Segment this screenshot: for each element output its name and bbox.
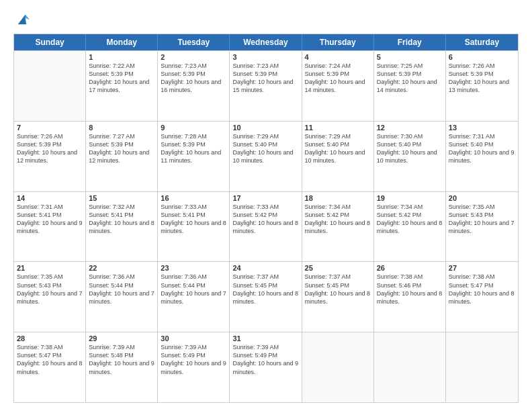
calendar-cell: 31Sunrise: 7:39 AM Sunset: 5:49 PM Dayli…: [230, 332, 302, 402]
calendar-body: 1Sunrise: 7:22 AM Sunset: 5:39 PM Daylig…: [14, 50, 518, 402]
calendar-cell: 17Sunrise: 7:33 AM Sunset: 5:42 PM Dayli…: [230, 192, 302, 262]
calendar-week-5: 28Sunrise: 7:38 AM Sunset: 5:47 PM Dayli…: [14, 332, 518, 402]
day-info: Sunrise: 7:28 AM Sunset: 5:39 PM Dayligh…: [161, 132, 226, 165]
calendar-cell: 2Sunrise: 7:23 AM Sunset: 5:39 PM Daylig…: [158, 51, 230, 121]
calendar-cell: 25Sunrise: 7:37 AM Sunset: 5:45 PM Dayli…: [302, 262, 374, 332]
header: [13, 12, 519, 27]
calendar-cell: 27Sunrise: 7:38 AM Sunset: 5:47 PM Dayli…: [446, 262, 518, 332]
calendar-cell: 14Sunrise: 7:31 AM Sunset: 5:41 PM Dayli…: [14, 192, 86, 262]
day-info: Sunrise: 7:31 AM Sunset: 5:41 PM Dayligh…: [17, 203, 83, 236]
day-info: Sunrise: 7:33 AM Sunset: 5:42 PM Dayligh…: [232, 203, 298, 236]
calendar-cell: 28Sunrise: 7:38 AM Sunset: 5:47 PM Dayli…: [14, 332, 86, 402]
header-day-tuesday: Tuesday: [158, 34, 230, 50]
day-info: Sunrise: 7:29 AM Sunset: 5:40 PM Dayligh…: [232, 132, 298, 165]
calendar-cell: 1Sunrise: 7:22 AM Sunset: 5:39 PM Daylig…: [86, 51, 158, 121]
calendar-cell: 5Sunrise: 7:25 AM Sunset: 5:39 PM Daylig…: [374, 51, 446, 121]
calendar-cell: 16Sunrise: 7:33 AM Sunset: 5:41 PM Dayli…: [158, 192, 230, 262]
day-number: 28: [17, 334, 83, 342]
page: SundayMondayTuesdayWednesdayThursdayFrid…: [0, 0, 532, 411]
calendar-cell: 4Sunrise: 7:24 AM Sunset: 5:39 PM Daylig…: [302, 51, 374, 121]
svg-marker-0: [18, 15, 30, 25]
calendar-cell: [374, 332, 446, 402]
day-number: 3: [232, 53, 298, 61]
day-info: Sunrise: 7:31 AM Sunset: 5:40 PM Dayligh…: [449, 132, 515, 165]
day-info: Sunrise: 7:33 AM Sunset: 5:41 PM Dayligh…: [161, 203, 226, 236]
calendar-week-2: 7Sunrise: 7:26 AM Sunset: 5:39 PM Daylig…: [14, 121, 518, 191]
day-info: Sunrise: 7:38 AM Sunset: 5:47 PM Dayligh…: [17, 343, 83, 376]
day-info: Sunrise: 7:30 AM Sunset: 5:40 PM Dayligh…: [377, 132, 443, 165]
day-number: 13: [449, 124, 515, 132]
calendar-cell: 3Sunrise: 7:23 AM Sunset: 5:39 PM Daylig…: [230, 51, 302, 121]
day-number: 20: [449, 194, 515, 202]
header-day-monday: Monday: [86, 34, 158, 50]
logo-icon: [15, 12, 30, 27]
calendar-cell: 29Sunrise: 7:39 AM Sunset: 5:48 PM Dayli…: [86, 332, 158, 402]
header-day-saturday: Saturday: [446, 34, 518, 50]
day-info: Sunrise: 7:32 AM Sunset: 5:41 PM Dayligh…: [89, 203, 154, 236]
day-info: Sunrise: 7:34 AM Sunset: 5:42 PM Dayligh…: [377, 203, 443, 236]
day-info: Sunrise: 7:35 AM Sunset: 5:43 PM Dayligh…: [17, 273, 83, 306]
calendar-cell: 19Sunrise: 7:34 AM Sunset: 5:42 PM Dayli…: [374, 192, 446, 262]
calendar-cell: 18Sunrise: 7:34 AM Sunset: 5:42 PM Dayli…: [302, 192, 374, 262]
day-info: Sunrise: 7:34 AM Sunset: 5:42 PM Dayligh…: [305, 203, 371, 236]
day-number: 11: [305, 124, 371, 132]
calendar: SundayMondayTuesdayWednesdayThursdayFrid…: [13, 34, 519, 403]
calendar-cell: 13Sunrise: 7:31 AM Sunset: 5:40 PM Dayli…: [446, 122, 518, 191]
day-number: 17: [232, 194, 298, 202]
header-day-thursday: Thursday: [302, 34, 374, 50]
day-number: 2: [161, 53, 226, 61]
day-number: 22: [89, 264, 154, 272]
day-number: 31: [232, 334, 298, 342]
logo: [13, 12, 30, 27]
calendar-cell: 22Sunrise: 7:36 AM Sunset: 5:44 PM Dayli…: [86, 262, 158, 332]
day-info: Sunrise: 7:26 AM Sunset: 5:39 PM Dayligh…: [449, 62, 515, 95]
calendar-cell: 10Sunrise: 7:29 AM Sunset: 5:40 PM Dayli…: [230, 122, 302, 191]
day-info: Sunrise: 7:37 AM Sunset: 5:45 PM Dayligh…: [305, 273, 371, 306]
day-number: 23: [161, 264, 226, 272]
day-info: Sunrise: 7:36 AM Sunset: 5:44 PM Dayligh…: [89, 273, 154, 306]
day-info: Sunrise: 7:38 AM Sunset: 5:46 PM Dayligh…: [377, 273, 443, 306]
day-info: Sunrise: 7:35 AM Sunset: 5:43 PM Dayligh…: [449, 203, 515, 236]
day-number: 10: [232, 124, 298, 132]
calendar-cell: [14, 51, 86, 121]
calendar-cell: 15Sunrise: 7:32 AM Sunset: 5:41 PM Dayli…: [86, 192, 158, 262]
calendar-cell: [446, 332, 518, 402]
calendar-cell: 30Sunrise: 7:39 AM Sunset: 5:49 PM Dayli…: [158, 332, 230, 402]
calendar-cell: 7Sunrise: 7:26 AM Sunset: 5:39 PM Daylig…: [14, 122, 86, 191]
day-number: 27: [449, 264, 515, 272]
day-info: Sunrise: 7:24 AM Sunset: 5:39 PM Dayligh…: [305, 62, 371, 95]
day-info: Sunrise: 7:22 AM Sunset: 5:39 PM Dayligh…: [89, 62, 154, 95]
day-info: Sunrise: 7:37 AM Sunset: 5:45 PM Dayligh…: [232, 273, 298, 306]
day-info: Sunrise: 7:23 AM Sunset: 5:39 PM Dayligh…: [232, 62, 298, 95]
day-info: Sunrise: 7:23 AM Sunset: 5:39 PM Dayligh…: [161, 62, 226, 95]
day-number: 12: [377, 124, 443, 132]
calendar-cell: 11Sunrise: 7:29 AM Sunset: 5:40 PM Dayli…: [302, 122, 374, 191]
calendar-cell: 26Sunrise: 7:38 AM Sunset: 5:46 PM Dayli…: [374, 262, 446, 332]
day-info: Sunrise: 7:36 AM Sunset: 5:44 PM Dayligh…: [161, 273, 226, 306]
day-number: 1: [89, 53, 154, 61]
calendar-cell: 8Sunrise: 7:27 AM Sunset: 5:39 PM Daylig…: [86, 122, 158, 191]
day-number: 25: [305, 264, 371, 272]
day-info: Sunrise: 7:25 AM Sunset: 5:39 PM Dayligh…: [377, 62, 443, 95]
header-day-friday: Friday: [374, 34, 446, 50]
day-number: 7: [17, 124, 83, 132]
header-day-sunday: Sunday: [14, 34, 86, 50]
calendar-week-1: 1Sunrise: 7:22 AM Sunset: 5:39 PM Daylig…: [14, 50, 518, 121]
day-number: 5: [377, 53, 443, 61]
day-number: 8: [89, 124, 154, 132]
calendar-cell: [302, 332, 374, 402]
day-number: 19: [377, 194, 443, 202]
day-info: Sunrise: 7:27 AM Sunset: 5:39 PM Dayligh…: [89, 132, 154, 165]
calendar-header-row: SundayMondayTuesdayWednesdayThursdayFrid…: [14, 34, 518, 50]
header-day-wednesday: Wednesday: [230, 34, 302, 50]
calendar-week-3: 14Sunrise: 7:31 AM Sunset: 5:41 PM Dayli…: [14, 191, 518, 262]
calendar-cell: 12Sunrise: 7:30 AM Sunset: 5:40 PM Dayli…: [374, 122, 446, 191]
day-number: 4: [305, 53, 371, 61]
day-info: Sunrise: 7:38 AM Sunset: 5:47 PM Dayligh…: [449, 273, 515, 306]
day-number: 15: [89, 194, 154, 202]
calendar-cell: 23Sunrise: 7:36 AM Sunset: 5:44 PM Dayli…: [158, 262, 230, 332]
calendar-cell: 20Sunrise: 7:35 AM Sunset: 5:43 PM Dayli…: [446, 192, 518, 262]
day-info: Sunrise: 7:29 AM Sunset: 5:40 PM Dayligh…: [305, 132, 371, 165]
day-info: Sunrise: 7:39 AM Sunset: 5:49 PM Dayligh…: [161, 343, 226, 376]
day-number: 29: [89, 334, 154, 342]
